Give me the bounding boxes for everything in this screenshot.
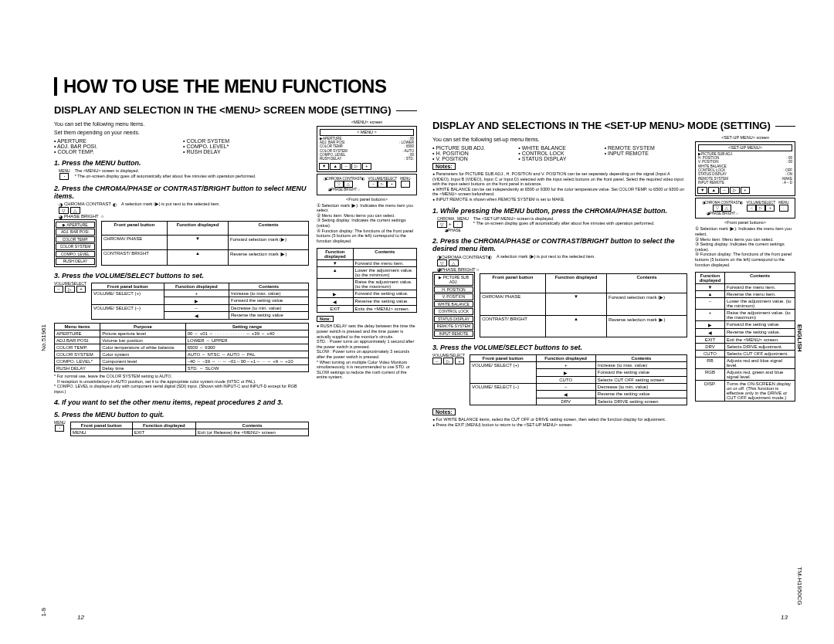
table-row: EXITExits the <MENU> screen. (317, 306, 417, 313)
front-panel-diagram-2: ◑CHROMA CONTRAST◐▽△◕PHASE BRIGHT☼ VOLUME… (695, 198, 795, 219)
list-item: RUSH DELAY (183, 149, 309, 154)
side-model: TM-H1950CG (796, 567, 803, 605)
list-item: WHITE BALANCE (518, 145, 601, 151)
right-step3: 3. Press the VOLUME/SELECT buttons to se… (432, 344, 687, 351)
menu-button-icon: · (55, 425, 64, 432)
list-item: COMPO. LEVEL* (183, 144, 309, 149)
phase-bright-icons: ◕ PHASE BRIGHT ☼ (59, 214, 117, 219)
table-row: VOLUME/ SELECT (+)+Increase (to max. val… (470, 362, 687, 369)
page-number-left: 12 (77, 614, 84, 621)
left-step1: 1. Press the MENU button. (54, 159, 309, 167)
right-step1: 1. While pressing the MENU button, press… (432, 207, 687, 215)
callout-list: ① Selection mark (▶): Indicates the menu… (317, 203, 417, 244)
right-step2: 2. Press the CHROMA/PHASE or CONTRAST/BR… (432, 237, 687, 253)
side-pn: 1-9 (40, 608, 47, 617)
note-body: ● RUSH DELAY sets the delay between the … (317, 324, 417, 380)
table-row: RBAdjusts red and blue signal level. (696, 358, 795, 369)
list-item: REMOTE SYSTEM (605, 145, 687, 151)
front-panel-diagram: ◑CHROMA CONTRAST◐▽△◕PHASE BRIGHT☼ VOLUME… (317, 174, 417, 195)
table-row: EXITExit the <MENU> screen. (696, 337, 795, 344)
left-step2: 2. Press the CHROMA/PHASE or CONTRAST/BR… (54, 185, 309, 200)
table-row: COLOR TEMP.Color temperature of white ba… (55, 344, 309, 351)
step2-lead: A selection mark (▶) is put next to the … (121, 202, 309, 219)
step1-note: * The on-screen display goes off automat… (75, 174, 256, 179)
right-heading-text: DISPLAY AND SELECTIONS IN THE <SET-UP ME… (432, 120, 771, 132)
table-row: CONTRAST/ BRIGHT▲Reverse selection mark … (480, 315, 687, 337)
list-item: H. POSITION (432, 151, 515, 156)
list-item: PICTURE SUB ADJ. (432, 145, 515, 151)
right-table-1: Front panel buttonFunction displayedCont… (480, 273, 687, 338)
table-row: CHROMA/ PHASE▼Forward selection mark (▶) (480, 293, 687, 315)
right-table-2: Front panel buttonFunction displayedCont… (470, 354, 687, 405)
right-mini-menu-box: ▶ PICTURE SUB ADJ. H. POSITION V. POSITI… (432, 272, 475, 340)
table-row: ◀Reverse the setting value. (696, 329, 795, 337)
right-notes-2: For WHITE BALANCE items, select the CUT … (432, 417, 687, 427)
table-row: COMPO. LEVEL*Component level–40 ↔ –39 ↔ … (55, 358, 309, 364)
left-intro-2: Set them depending on your needs. (54, 130, 309, 135)
table-row: MENUEXITExit (or Release) the <MENU> scr… (70, 429, 308, 436)
list-item: STATUS DISPLAY (518, 156, 601, 161)
table-row: ▶Forward the setting value. (696, 321, 795, 329)
right-aside-table: Function displayedContents ▼Forward the … (695, 272, 795, 402)
table-row: ▲Reverse the menu item. (696, 291, 795, 298)
table-row: –Lower the adjustment value. (to the min… (696, 298, 795, 310)
left-heading-text: DISPLAY AND SELECTION IN THE <MENU> SCRE… (54, 105, 392, 117)
left-table-2: Front panel buttonFunction displayedCont… (91, 283, 309, 320)
list-item: V. POSITION (432, 156, 515, 161)
table-row: ▼Forward the menu item. (696, 284, 795, 291)
list-item: CONTROL LOCK (518, 151, 601, 156)
front-panel-caption: <Front panel buttons> (317, 197, 417, 202)
table-row: CONTRAST/ BRIGHT▲Reverse selection mark … (102, 250, 309, 266)
page-number-right: 13 (781, 614, 788, 621)
footnote: * COMPO. LEVEL is displayed only with co… (54, 384, 309, 394)
table-row: VOLUME/ SELECT (–)–Decrease (to min. val… (91, 304, 308, 311)
table-row: VOLUME/ SELECT (–)–Decrease (to min. val… (470, 384, 687, 391)
side-number: No.51961 (40, 324, 47, 351)
step1-body: The <MENU> screen is displayed. (75, 168, 256, 174)
table-row: ▼Forward the menu item. (317, 260, 417, 267)
left-intro-1: You can set the following menu items. (54, 121, 309, 127)
left-step4: 4. If you want to set the other menu ite… (54, 398, 309, 406)
left-table-4: Front panel buttonFunction displayedCont… (70, 422, 309, 436)
table-row: RGBAdjusts red, green and blue signal le… (696, 369, 795, 381)
left-step5: 5. Press the MENU button to quit. (54, 411, 309, 419)
right-callout-list: ① Selection mark (▶): Indicates the menu… (695, 226, 795, 267)
notes-label-2: Notes: (432, 408, 456, 415)
right-menu-item-list: PICTURE SUB ADJ. H. POSITION V. POSITION… (432, 145, 687, 161)
table-row: Raise the adjustment value. (to the maxi… (317, 279, 417, 290)
table-row: VOLUME/ SELECT (+)+Increase (to max. val… (91, 290, 308, 297)
footnote: If reception is unsatisfactory in AUTO p… (54, 379, 309, 385)
table-row: CHROMA/ PHASE▼Forward selection mark (▶) (102, 235, 309, 250)
setup-screen-caption: <SET-UP MENU> screen (695, 135, 795, 140)
table-row: +Raise the adjustment value. (to the max… (696, 310, 795, 321)
left-table-3: Menu itemsPurposeSetting range APERTUREP… (54, 323, 309, 372)
left-aside-table: Function displayedContents ▼Forward the … (317, 248, 417, 313)
setup-screen-diagram: <SET-UP MENU> ▶PICTURE SUB ADJ. H. POSIT… (695, 141, 795, 196)
left-step3: 3. Press the VOLUME/SELECT buttons to se… (54, 272, 309, 280)
table-row: RUSH DELAYDelay timeSTD. ↔ SLOW (55, 364, 309, 371)
right-intro: You can set the following set-up menu it… (432, 137, 687, 142)
note-label: Note: (317, 316, 334, 322)
table-row: DISP.Turns the ON-SCREEN display on or o… (696, 381, 795, 402)
menu-button-icon: · (59, 173, 69, 180)
table-row: APERTUREPicture aperture level00 ↔ +01 ↔… (55, 330, 309, 337)
table-row: DRVSelects DRIVE adjustment. (696, 344, 795, 351)
right-section-heading: DISPLAY AND SELECTIONS IN THE <SET-UP ME… (432, 120, 795, 132)
left-menu-item-list: APERTURE ADJ. BAR POSI. COLOR TEMP. COLO… (54, 138, 309, 154)
left-table-1: Front panel buttonFunction displayedCont… (101, 221, 309, 266)
list-item: COLOR TEMP. (54, 149, 180, 154)
table-row: ▶Forward the setting value. (317, 290, 417, 298)
footnote: * For normal use, leave the COLOR SYSTEM… (54, 374, 309, 379)
front-panel-caption-2: <Front panel buttons> (695, 220, 795, 225)
mini-menu-box: ▶ APERTURE ADJ. BAR POSI. COLOR TEMP. CO… (54, 219, 97, 267)
list-item: ADJ. BAR POSI. (54, 144, 180, 149)
page-title: HOW TO USE THE MENU FUNCTIONS (54, 77, 795, 96)
menu-screen-caption: <MENU> screen (317, 120, 417, 124)
table-row: ◀Reverse the setting value. (317, 298, 417, 306)
left-section-heading: DISPLAY AND SELECTION IN THE <MENU> SCRE… (54, 105, 417, 117)
table-row: COLOR SYSTEMColor systemAUTO ↔ NTSC ↔ AU… (55, 351, 309, 358)
notes-label: Notes: (432, 163, 456, 170)
menu-screen-diagram: < MENU > ▶APERTURE: 00 ADJ. BAR POSI.: L… (317, 126, 417, 172)
right-step1-body: The <SET-UP MENU> screen is displayed. (473, 216, 687, 222)
right-step2-lead: A selection mark (▶) is put next to the … (497, 254, 687, 272)
